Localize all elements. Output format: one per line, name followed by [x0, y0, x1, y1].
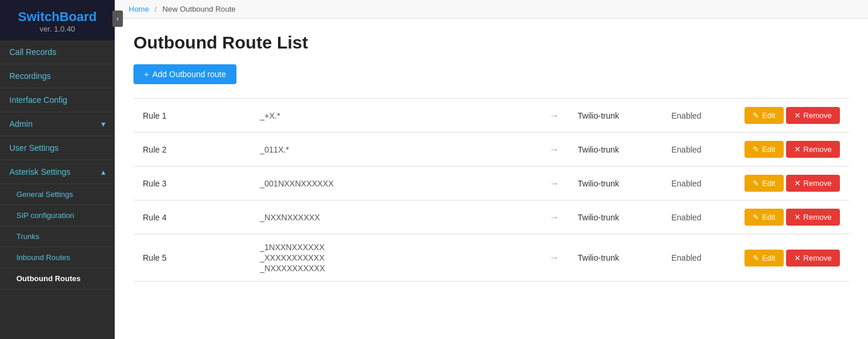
route-name: Rule 3: [133, 167, 251, 200]
remove-button[interactable]: ✕ Remove: [786, 250, 840, 267]
edit-button[interactable]: ✎ Edit: [745, 175, 783, 192]
remove-button[interactable]: ✕ Remove: [786, 107, 840, 124]
edit-icon: ✎: [753, 213, 759, 222]
sidebar-item-asterisk-label: Asterisk Settings: [9, 167, 70, 177]
sidebar-nav: Call Records Recordings Interface Config…: [0, 40, 115, 339]
route-arrow-icon: →: [540, 167, 568, 200]
sidebar-sub-item-trunks[interactable]: Trunks: [0, 226, 115, 247]
sidebar-item-admin[interactable]: Admin ▾: [0, 112, 115, 136]
route-arrow-icon: →: [540, 234, 568, 282]
route-table: Rule 1_+X.*→Twilio-trunkEnabled✎ Edit✕ R…: [133, 98, 849, 282]
route-actions: ✎ Edit✕ Remove: [732, 167, 849, 200]
route-arrow-icon: →: [540, 99, 568, 133]
route-status: Enabled: [662, 234, 732, 282]
route-name: Rule 1: [133, 99, 251, 133]
route-status: Enabled: [662, 200, 732, 234]
page-content: Outbound Route List + Add Outbound route…: [115, 19, 868, 296]
route-status: Enabled: [662, 133, 732, 167]
add-button-label: Add Outbound route: [152, 70, 226, 79]
edit-button[interactable]: ✎ Edit: [745, 250, 783, 267]
route-table-body: Rule 1_+X.*→Twilio-trunkEnabled✎ Edit✕ R…: [133, 99, 849, 282]
sidebar-brand: SwitchBoard: [7, 9, 108, 25]
table-row: Rule 5_1NXXNXXXXXX_XXXXXXXXXXX_NXXXXXXXX…: [133, 234, 849, 282]
route-pattern: _1NXXNXXXXXX_XXXXXXXXXXX_NXXXXXXXXXX: [251, 234, 540, 282]
route-pattern-item: _XXXXXXXXXXX: [260, 253, 531, 262]
sidebar-header: SwitchBoard ver. 1.0.40: [0, 0, 115, 40]
chevron-up-icon: ▴: [101, 167, 105, 177]
route-trunk: Twilio-trunk: [568, 99, 662, 133]
edit-icon: ✎: [753, 145, 759, 154]
sidebar-version: ver. 1.0.40: [7, 25, 108, 33]
route-pattern: _001NXXNXXXXXX: [251, 167, 540, 200]
breadcrumb-current: New Outbound Route: [163, 5, 236, 13]
remove-button[interactable]: ✕ Remove: [786, 175, 840, 192]
sidebar-item-recordings[interactable]: Recordings: [0, 64, 115, 88]
times-icon: ✕: [794, 213, 801, 222]
sidebar-item-admin-label: Admin: [9, 119, 33, 129]
times-icon: ✕: [794, 179, 801, 188]
edit-icon: ✎: [753, 111, 759, 120]
table-row: Rule 4_NXXNXXXXXX→Twilio-trunkEnabled✎ E…: [133, 200, 849, 234]
route-pattern-item: _NXXXXXXXXXX: [260, 264, 531, 273]
sidebar-sub-item-sip-configuration[interactable]: SIP configuration: [0, 205, 115, 226]
route-pattern: _NXXNXXXXXX: [251, 200, 540, 234]
remove-button[interactable]: ✕ Remove: [786, 141, 840, 158]
table-row: Rule 1_+X.*→Twilio-trunkEnabled✎ Edit✕ R…: [133, 99, 849, 133]
sidebar-item-interface-config[interactable]: Interface Config: [0, 88, 115, 112]
sidebar-sub-item-inbound-routes[interactable]: Inbound Routes: [0, 247, 115, 268]
main-content: Home / New Outbound Route Outbound Route…: [115, 0, 868, 339]
route-arrow-icon: →: [540, 133, 568, 167]
sidebar-item-asterisk-settings[interactable]: Asterisk Settings ▴: [0, 160, 115, 184]
sidebar: SwitchBoard ver. 1.0.40 ‹ Call Records R…: [0, 0, 115, 339]
chevron-down-icon: ▾: [101, 119, 105, 129]
sidebar-item-user-settings[interactable]: User Settings: [0, 136, 115, 160]
edit-button[interactable]: ✎ Edit: [745, 107, 783, 124]
route-trunk: Twilio-trunk: [568, 167, 662, 200]
route-arrow-icon: →: [540, 200, 568, 234]
route-name: Rule 2: [133, 133, 251, 167]
edit-button[interactable]: ✎ Edit: [745, 141, 783, 158]
edit-icon: ✎: [753, 179, 759, 188]
times-icon: ✕: [794, 145, 801, 154]
breadcrumb-separator: /: [155, 5, 157, 13]
edit-icon: ✎: [753, 254, 759, 262]
route-actions: ✎ Edit✕ Remove: [732, 200, 849, 234]
add-outbound-route-button[interactable]: + Add Outbound route: [133, 64, 236, 84]
route-pattern: _+X.*: [251, 99, 540, 133]
sidebar-item-call-records[interactable]: Call Records: [0, 40, 115, 64]
route-actions: ✎ Edit✕ Remove: [732, 234, 849, 282]
route-trunk: Twilio-trunk: [568, 133, 662, 167]
sidebar-collapse-button[interactable]: ‹: [112, 11, 123, 27]
times-icon: ✕: [794, 111, 801, 120]
route-pattern: _011X.*: [251, 133, 540, 167]
page-title: Outbound Route List: [133, 33, 849, 53]
breadcrumb: Home / New Outbound Route: [115, 0, 868, 19]
sidebar-sub-item-outbound-routes[interactable]: Outbound Routes: [0, 268, 115, 289]
route-pattern-item: _1NXXNXXXXXX: [260, 243, 531, 252]
route-actions: ✎ Edit✕ Remove: [732, 133, 849, 167]
plus-icon: +: [144, 70, 149, 79]
route-name: Rule 4: [133, 200, 251, 234]
remove-button[interactable]: ✕ Remove: [786, 209, 840, 226]
sidebar-sub-item-general-settings[interactable]: General Settings: [0, 184, 115, 205]
times-icon: ✕: [794, 254, 801, 262]
edit-button[interactable]: ✎ Edit: [745, 209, 783, 226]
route-name: Rule 5: [133, 234, 251, 282]
route-actions: ✎ Edit✕ Remove: [732, 99, 849, 133]
table-row: Rule 2_011X.*→Twilio-trunkEnabled✎ Edit✕…: [133, 133, 849, 167]
route-trunk: Twilio-trunk: [568, 200, 662, 234]
route-status: Enabled: [662, 99, 732, 133]
table-row: Rule 3_001NXXNXXXXXX→Twilio-trunkEnabled…: [133, 167, 849, 200]
route-trunk: Twilio-trunk: [568, 234, 662, 282]
route-status: Enabled: [662, 167, 732, 200]
breadcrumb-home[interactable]: Home: [129, 5, 149, 13]
